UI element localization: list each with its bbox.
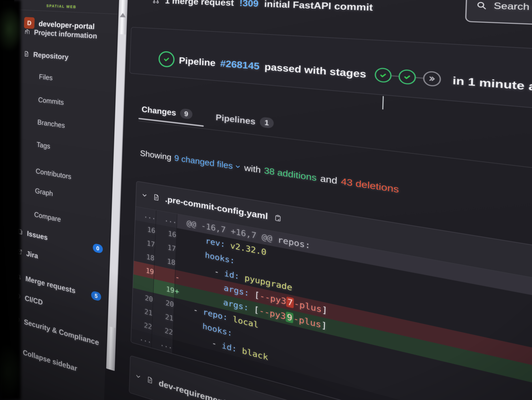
- sidebar-item-label: Repository: [33, 50, 69, 61]
- diff-sign: [172, 339, 183, 356]
- sidebar-item-label: Issues: [27, 229, 48, 242]
- search-placeholder: Search o: [494, 0, 532, 12]
- mr-reference-link[interactable]: !309: [239, 0, 259, 9]
- photo-stage: SPATIAL WEB D developer-portal Project i…: [0, 0, 532, 400]
- scroll-up-arrow-icon[interactable]: [120, 13, 126, 18]
- diff-sign: +: [174, 284, 184, 300]
- sidebar-item-label: Jira: [26, 249, 38, 260]
- diff-sign: [176, 228, 186, 244]
- sidebar-item-label: Contributors: [36, 167, 71, 181]
- chevron-down-icon[interactable]: [141, 192, 148, 199]
- file-icon: [146, 375, 154, 385]
- diff-sign: [177, 214, 187, 230]
- stage-connector: [416, 77, 423, 79]
- project-information-icon: [24, 28, 30, 35]
- sidebar-item-label: Branches: [37, 118, 65, 129]
- sidebar-item-label: CI/CD: [25, 294, 43, 307]
- sidebar-item-label: Files: [39, 73, 53, 82]
- diff-sign: [173, 326, 183, 342]
- sidebar-item-label: Security & Compliance: [24, 317, 99, 347]
- diff-sign: [174, 298, 184, 314]
- merge-request-icon: [152, 0, 160, 4]
- pipeline-passed-icon[interactable]: [158, 51, 175, 68]
- search-icon: [476, 0, 487, 10]
- diff-sign: -: [175, 270, 185, 286]
- sidebar-divider: [14, 9, 118, 14]
- sidebar-item-label: Compare: [34, 210, 61, 224]
- pipeline-number-link[interactable]: #268145: [220, 58, 260, 72]
- stage-skipped-icon[interactable]: [423, 71, 441, 87]
- app-logo-title: SPATIAL WEB: [46, 4, 76, 9]
- pipeline-label: Pipeline: [179, 55, 216, 68]
- sidebar-item-label: Commits: [38, 96, 64, 106]
- pipelines-count-badge: 1: [260, 117, 274, 129]
- count-badge: 0: [93, 243, 103, 254]
- sidebar-item-collapse-sidebar[interactable]: Collapse sidebar: [13, 344, 101, 382]
- gitlab-window: SPATIAL WEB D developer-portal Project i…: [0, 0, 532, 400]
- pipeline-stages: [374, 67, 441, 87]
- count-badge: 5: [91, 290, 101, 302]
- chevron-down-icon: [234, 163, 241, 170]
- copy-path-icon[interactable]: [274, 214, 282, 222]
- changes-count-badge: 9: [180, 108, 193, 119]
- sidebar-item-label: Merge requests: [25, 274, 76, 295]
- file-name-link[interactable]: dev-requirements: [159, 378, 232, 400]
- stage-passed-icon[interactable]: [374, 67, 392, 83]
- sidebar-item-project-information[interactable]: Project information: [24, 26, 113, 43]
- screen-bezel: [0, 0, 21, 400]
- stage-passed-icon[interactable]: [398, 69, 416, 85]
- diff-sign: [173, 312, 184, 328]
- file-icon: [153, 193, 160, 202]
- sidebar-item-label: Project information: [34, 28, 97, 40]
- diff-sign: [176, 242, 186, 258]
- diff-sign: [175, 256, 185, 272]
- chevron-down-icon[interactable]: [135, 372, 141, 381]
- repository-icon: [24, 50, 30, 57]
- sidebar-item-label: Graph: [35, 186, 53, 198]
- sidebar-item-label: Tags: [36, 140, 50, 150]
- sidebar-item-repository[interactable]: Repository: [23, 48, 112, 66]
- sidebar-item-label: Collapse sidebar: [23, 348, 77, 373]
- stage-connector: [391, 75, 399, 77]
